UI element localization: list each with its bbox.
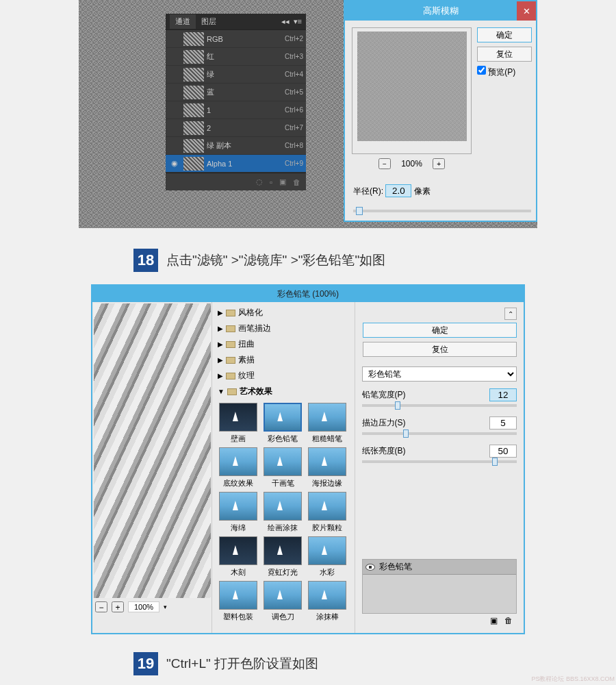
channels-panel: 通道 图层 ◂◂ ▾≡ RGBCtrl+2 红Ctrl+3 绿Ctrl+4 蓝C… [166,14,306,190]
filter-gallery-dialog: 彩色铅笔 (100%) − + 100% ▾ ▶风格化 ▶画笔描边 ▶扭曲 ▶素… [91,284,525,634]
channels-panel-footer: ◌ ▫ ▣ 🗑 [166,173,306,190]
zoom-out-button[interactable]: − [378,158,391,169]
zoom-level[interactable]: 100% [128,601,159,612]
effect-layer-name: 彩色铅笔 [379,561,412,573]
panel-menu-icon[interactable]: ▾≡ [294,17,302,26]
category-texture[interactable]: ▶纹理 [215,368,352,384]
channel-row-red[interactable]: 红Ctrl+3 [166,48,306,66]
filter-thumb[interactable]: 水彩 [307,536,348,577]
dialog-title: 高斯模糊 ✕ [345,1,536,21]
step-text: "Ctrl+L" 打开色阶设置如图 [166,655,318,673]
ok-button[interactable]: 确定 [363,323,517,338]
category-artistic[interactable]: ▼艺术效果 [215,384,352,399]
filter-thumb[interactable]: 塑料包装 [218,581,259,622]
radius-slider[interactable] [353,210,531,212]
filter-thumb[interactable]: 绘画涂抹 [262,492,303,533]
filter-thumb[interactable]: 霓虹灯光 [262,536,303,577]
filter-thumb[interactable]: 涂抹棒 [307,581,348,622]
param-paper-brightness: 纸张亮度(B) [362,445,517,458]
channel-row-alpha1[interactable]: ◉Alpha 1Ctrl+9 [166,155,306,173]
reset-button[interactable]: 复位 [477,47,532,62]
reset-button[interactable]: 复位 [363,342,517,357]
filter-thumb[interactable]: 胶片颗粒 [307,492,348,533]
param-pencil-width: 铅笔宽度(P) [362,388,517,401]
filter-categories-pane: ▶风格化 ▶画笔描边 ▶扭曲 ▶素描 ▶纹理 ▼艺术效果 壁画彩色铅笔粗糙蜡笔底… [212,302,355,633]
step-text: 点击"滤镜" >"滤镜库" >"彩色铅笔"如图 [166,251,385,269]
paper-brightness-slider[interactable] [362,460,517,463]
effect-layer-row[interactable]: 彩色铅笔 [363,560,516,575]
param-stroke-pressure: 描边压力(S) [362,416,517,429]
filter-select[interactable]: 彩色铅笔 [362,366,517,382]
filter-thumb[interactable]: 彩色铅笔 [262,403,303,444]
filter-controls-pane: ⌃ 确定 复位 彩色铅笔 铅笔宽度(P) 描边压力(S) 纸张亮度( [355,302,524,633]
filter-thumb[interactable]: 海报边缘 [307,447,348,488]
gaussian-blur-dialog: 高斯模糊 ✕ − 100% + 确定 复位 预览(P) [344,0,537,222]
collapse-icon[interactable]: ◂◂ [281,17,290,26]
filter-gallery-title: 彩色铅笔 (100%) [92,286,524,302]
effect-layers-panel: 彩色铅笔 [362,559,517,614]
save-selection-icon[interactable]: ▫ [270,178,272,186]
new-effect-layer-icon[interactable]: ▣ [490,616,498,625]
preview-checkbox[interactable]: 预览(P) [477,67,515,77]
stroke-pressure-slider[interactable] [362,432,517,435]
pencil-width-slider[interactable] [362,404,517,407]
paper-brightness-input[interactable] [489,445,517,458]
zoom-level: 100% [401,159,422,169]
delete-channel-icon[interactable]: 🗑 [293,178,300,186]
zoom-in-button[interactable]: + [433,158,445,169]
radius-label: 半径(R): [353,186,383,196]
channel-row-rgb[interactable]: RGBCtrl+2 [166,30,306,48]
category-stylize[interactable]: ▶风格化 [215,305,352,321]
step-18: 18 点击"滤镜" >"滤镜库" >"彩色铅笔"如图 [133,249,616,272]
channel-row-1[interactable]: 1Ctrl+6 [166,101,306,119]
filter-preview-pane: − + 100% ▾ [92,302,212,633]
zoom-in-button[interactable]: + [112,601,124,612]
filter-thumb[interactable]: 底纹效果 [218,447,259,488]
radius-input[interactable] [385,184,411,197]
channel-row-2[interactable]: 2Ctrl+7 [166,119,306,137]
channels-panel-header: 通道 图层 ◂◂ ▾≡ [166,14,306,30]
noise-texture-background: 通道 图层 ◂◂ ▾≡ RGBCtrl+2 红Ctrl+3 绿Ctrl+4 蓝C… [79,0,537,228]
tab-layers[interactable]: 图层 [196,14,222,29]
filter-thumb[interactable]: 调色刀 [262,581,303,622]
new-channel-icon[interactable]: ▣ [279,177,286,186]
filter-thumb[interactable]: 木刻 [218,536,259,577]
zoom-out-button[interactable]: − [95,601,107,612]
close-icon[interactable]: ✕ [517,1,536,21]
radius-unit: 像素 [414,186,431,196]
eye-icon[interactable] [365,564,375,571]
eye-icon[interactable]: ◉ [168,159,181,168]
step-number: 19 [133,652,158,675]
filter-thumb[interactable]: 粗糙蜡笔 [307,403,348,444]
channel-row-green[interactable]: 绿Ctrl+4 [166,66,306,84]
pencil-width-input[interactable] [489,388,517,401]
filter-thumb[interactable]: 海绵 [218,492,259,533]
watermark: PS教程论坛 BBS.16XX8.COM [531,675,615,684]
filter-thumb[interactable]: 壁画 [218,403,259,444]
channel-row-blue[interactable]: 蓝Ctrl+5 [166,84,306,101]
filter-preview-canvas [94,303,211,598]
step-number: 18 [133,249,158,272]
collapse-categories-icon[interactable]: ⌃ [504,308,517,320]
channel-row-green-copy[interactable]: 绿 副本Ctrl+8 [166,137,306,155]
stroke-pressure-input[interactable] [489,416,517,429]
tab-channels[interactable]: 通道 [170,14,196,29]
delete-effect-layer-icon[interactable]: 🗑 [504,616,513,625]
filter-thumb[interactable]: 干画笔 [262,447,303,488]
category-distort[interactable]: ▶扭曲 [215,336,352,352]
category-brush-strokes[interactable]: ▶画笔描边 [215,321,352,336]
step-19: 19 "Ctrl+L" 打开色阶设置如图 [133,652,616,675]
gaussian-preview [352,27,472,154]
load-selection-icon[interactable]: ◌ [256,177,263,186]
category-sketch[interactable]: ▶素描 [215,352,352,368]
zoom-dropdown-icon[interactable]: ▾ [164,603,167,610]
ok-button[interactable]: 确定 [477,27,532,42]
